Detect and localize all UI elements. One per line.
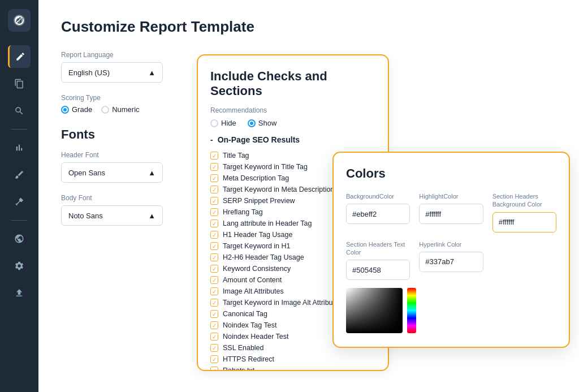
chevron-down-icon: ▲: [148, 68, 155, 77]
section-headers-text-label: Section Headers Text Color: [346, 240, 410, 257]
report-language-dropdown[interactable]: English (US) ▲: [61, 62, 163, 83]
check-item-checkbox[interactable]: [210, 208, 218, 216]
body-font-value: Noto Sans: [68, 212, 103, 220]
section-headers-text-group: Section Headers Text Color: [346, 240, 410, 281]
grade-radio-circle[interactable]: [61, 106, 69, 114]
check-item[interactable]: Robots.txt: [210, 365, 375, 371]
section-header-row: - On-Page SEO Results: [210, 135, 375, 144]
main-content: Customize Report Template Report Languag…: [38, 0, 579, 392]
show-option[interactable]: Show: [248, 119, 277, 127]
check-item-checkbox[interactable]: [210, 344, 218, 352]
colors-card-title: Colors: [346, 166, 556, 181]
check-item-checkbox[interactable]: [210, 186, 218, 193]
sidebar-item-search[interactable]: [8, 100, 31, 122]
check-item-checkbox[interactable]: [210, 287, 218, 295]
check-item-checkbox[interactable]: [210, 197, 218, 205]
check-item-checkbox[interactable]: [210, 355, 218, 363]
check-item-checkbox[interactable]: [210, 299, 218, 307]
bg-color-label: BackgroundColor: [346, 192, 410, 200]
highlight-color-input[interactable]: [419, 204, 483, 224]
check-item-checkbox[interactable]: [210, 231, 218, 239]
fonts-section: Fonts Header Font Open Sans ▲ Body Font …: [61, 127, 185, 226]
left-panel: Report Language English (US) ▲ Scoring T…: [61, 51, 185, 237]
check-item-label: Target Keyword in Title Tag: [223, 163, 308, 171]
hyperlink-color-group: Hyperlink Color: [419, 240, 483, 281]
sidebar-item-globe[interactable]: [8, 227, 31, 250]
check-item[interactable]: HTTPS Redirect: [210, 354, 375, 365]
sidebar-item-upload[interactable]: [8, 282, 31, 304]
app-logo[interactable]: [8, 9, 31, 32]
colors-card: Colors BackgroundColor HighlightColor Se…: [332, 152, 570, 348]
check-item-checkbox[interactable]: [210, 310, 218, 318]
check-item-checkbox[interactable]: [210, 333, 218, 341]
hide-show-radio-group: Hide Show: [210, 119, 375, 127]
check-item-label: Target Keyword in Meta Description: [223, 186, 334, 193]
check-item-checkbox[interactable]: [210, 253, 218, 261]
color-gradient-picker[interactable]: [346, 288, 403, 333]
check-item-checkbox[interactable]: [210, 265, 218, 273]
check-item-checkbox[interactable]: [210, 242, 218, 250]
check-item-label: SERP Snippet Preview: [223, 197, 295, 205]
hyperlink-color-label: Hyperlink Color: [419, 240, 483, 248]
hide-radio-circle[interactable]: [210, 119, 218, 127]
check-item-label: Lang attribute in Header Tag: [223, 219, 312, 227]
check-item-label: Meta Description Tag: [223, 174, 289, 182]
numeric-label: Numeric: [112, 105, 139, 114]
highlight-color-label: HighlightColor: [419, 192, 483, 200]
show-label: Show: [258, 119, 277, 127]
scoring-type-label: Scoring Type: [61, 94, 185, 102]
check-item-label: Canonical Tag: [223, 310, 267, 318]
section-headers-bg-label: Section Headers Background Color: [492, 192, 556, 209]
header-font-dropdown[interactable]: Open Sans ▲: [61, 162, 163, 183]
check-item-label: Image Alt Attributes: [223, 287, 284, 295]
section-headers-bg-group: Section Headers Background Color: [492, 192, 556, 232]
sidebar-item-edit[interactable]: [8, 45, 31, 68]
check-item-label: Keyword Consistency: [223, 265, 291, 273]
scoring-radio-group: Grade Numeric: [61, 105, 185, 114]
check-item-checkbox[interactable]: [210, 152, 218, 160]
check-item-checkbox[interactable]: [210, 163, 218, 171]
check-item-label: H1 Header Tag Usage: [223, 231, 292, 239]
check-item-checkbox[interactable]: [210, 321, 218, 329]
sidebar-item-hammer[interactable]: [8, 191, 31, 213]
check-item-label: Amount of Content: [223, 276, 282, 284]
sidebar-item-settings[interactable]: [8, 255, 31, 277]
report-language-value: English (US): [68, 68, 110, 77]
check-item-label: HTTPS Redirect: [223, 355, 274, 363]
scoring-numeric-option[interactable]: Numeric: [101, 105, 139, 114]
check-item-checkbox[interactable]: [210, 174, 218, 182]
sidebar-divider-2: [11, 220, 28, 221]
check-item-label: Noindex Header Test: [223, 333, 289, 341]
chevron-down-icon-3: ▲: [148, 212, 155, 220]
sidebar-item-copy[interactable]: [8, 72, 31, 95]
check-item-label: Robots.txt: [223, 367, 254, 371]
section-headers-text-input[interactable]: [346, 260, 410, 280]
numeric-radio-circle[interactable]: [101, 106, 109, 114]
check-item-checkbox[interactable]: [210, 367, 218, 371]
sidebar-item-brush[interactable]: [8, 163, 31, 186]
scoring-grade-option[interactable]: Grade: [61, 105, 92, 114]
color-spectrum-bar[interactable]: [407, 288, 416, 333]
highlight-color-group: HighlightColor: [419, 192, 483, 232]
sidebar-item-chart[interactable]: [8, 136, 31, 159]
check-item-checkbox[interactable]: [210, 276, 218, 284]
chevron-down-icon-2: ▲: [148, 169, 155, 177]
hide-option[interactable]: Hide: [210, 119, 236, 127]
show-radio-circle[interactable]: [248, 119, 256, 127]
check-item-label: Target Keyword in Image Alt Attributes: [223, 299, 342, 307]
check-item-checkbox[interactable]: [210, 219, 218, 227]
check-item-label: Noindex Tag Test: [223, 321, 276, 329]
hyperlink-color-input[interactable]: [419, 252, 483, 272]
color-fields-grid: BackgroundColor HighlightColor Section H…: [346, 192, 556, 280]
section-headers-bg-input[interactable]: [492, 212, 556, 232]
body-font-label: Body Font: [61, 194, 185, 202]
check-item-label: H2-H6 Header Tag Usage: [223, 253, 304, 261]
report-language-label: Report Language: [61, 51, 185, 59]
bg-color-input[interactable]: [346, 204, 410, 224]
recommendations-label: Recommendations: [210, 106, 375, 114]
sidebar: [0, 0, 38, 392]
section-header-label: On-Page SEO Results: [218, 135, 300, 144]
body-font-dropdown[interactable]: Noto Sans ▲: [61, 205, 163, 226]
bg-color-group: BackgroundColor: [346, 192, 410, 232]
color-picker-area: [346, 288, 556, 333]
